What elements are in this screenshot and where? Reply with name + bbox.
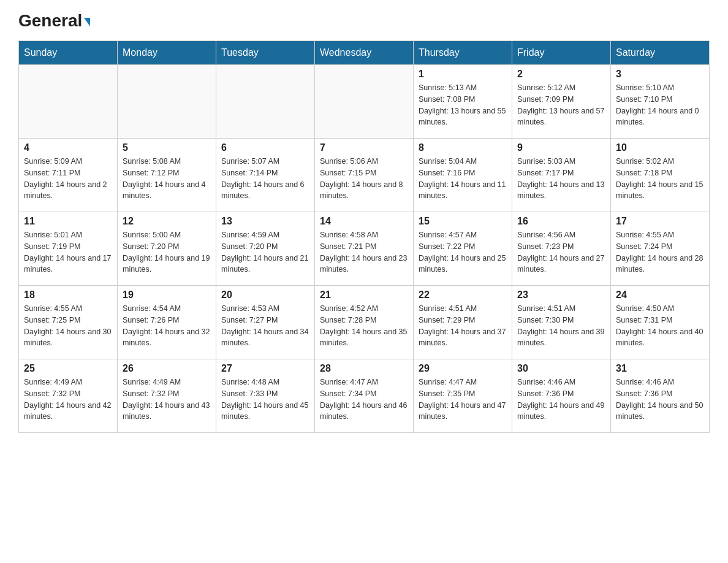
day-info: Sunrise: 4:54 AMSunset: 7:26 PMDaylight:…: [123, 303, 211, 349]
day-number: 12: [123, 216, 211, 227]
calendar-cell: [315, 65, 414, 139]
calendar-cell: 10Sunrise: 5:02 AMSunset: 7:18 PMDayligh…: [611, 139, 710, 212]
calendar-cell: [118, 65, 216, 139]
calendar-cell: [19, 65, 118, 139]
weekday-header-sunday: Sunday: [19, 41, 118, 65]
day-info: Sunrise: 4:52 AMSunset: 7:28 PMDaylight:…: [320, 303, 408, 349]
day-info: Sunrise: 5:02 AMSunset: 7:18 PMDaylight:…: [616, 156, 704, 202]
weekday-header-thursday: Thursday: [414, 41, 512, 65]
day-number: 3: [616, 69, 704, 80]
calendar-cell: 6Sunrise: 5:07 AMSunset: 7:14 PMDaylight…: [216, 139, 315, 212]
week-row-1: 1Sunrise: 5:13 AMSunset: 7:08 PMDaylight…: [19, 65, 710, 139]
calendar-cell: 3Sunrise: 5:10 AMSunset: 7:10 PMDaylight…: [611, 65, 710, 139]
day-info: Sunrise: 4:46 AMSunset: 7:36 PMDaylight:…: [616, 377, 704, 423]
day-number: 27: [221, 363, 309, 374]
calendar-table: SundayMondayTuesdayWednesdayThursdayFrid…: [18, 40, 710, 433]
week-row-2: 4Sunrise: 5:09 AMSunset: 7:11 PMDaylight…: [19, 139, 710, 212]
calendar-cell: 12Sunrise: 5:00 AMSunset: 7:20 PMDayligh…: [118, 212, 216, 286]
day-number: 30: [517, 363, 605, 374]
day-info: Sunrise: 4:51 AMSunset: 7:29 PMDaylight:…: [419, 303, 507, 349]
day-number: 19: [123, 289, 211, 301]
day-number: 25: [24, 363, 112, 374]
calendar-cell: 16Sunrise: 4:56 AMSunset: 7:23 PMDayligh…: [512, 212, 611, 286]
day-info: Sunrise: 5:04 AMSunset: 7:16 PMDaylight:…: [419, 156, 507, 202]
calendar-cell: [216, 65, 315, 139]
day-info: Sunrise: 5:10 AMSunset: 7:10 PMDaylight:…: [616, 82, 704, 128]
logo-text-line1: General: [18, 12, 90, 29]
calendar-cell: 21Sunrise: 4:52 AMSunset: 7:28 PMDayligh…: [315, 286, 414, 359]
day-info: Sunrise: 4:56 AMSunset: 7:23 PMDaylight:…: [517, 229, 605, 275]
weekday-header-monday: Monday: [118, 41, 216, 65]
calendar-cell: 31Sunrise: 4:46 AMSunset: 7:36 PMDayligh…: [611, 359, 710, 433]
calendar-cell: 27Sunrise: 4:48 AMSunset: 7:33 PMDayligh…: [216, 359, 315, 433]
calendar-cell: 1Sunrise: 5:13 AMSunset: 7:08 PMDaylight…: [414, 65, 512, 139]
day-number: 21: [320, 289, 408, 301]
day-number: 17: [616, 216, 704, 227]
day-info: Sunrise: 5:01 AMSunset: 7:19 PMDaylight:…: [24, 229, 112, 275]
day-number: 28: [320, 363, 408, 374]
day-info: Sunrise: 4:59 AMSunset: 7:20 PMDaylight:…: [221, 229, 309, 275]
day-info: Sunrise: 4:55 AMSunset: 7:24 PMDaylight:…: [616, 229, 704, 275]
calendar-cell: 25Sunrise: 4:49 AMSunset: 7:32 PMDayligh…: [19, 359, 118, 433]
day-info: Sunrise: 4:46 AMSunset: 7:36 PMDaylight:…: [517, 377, 605, 423]
day-number: 10: [616, 142, 704, 153]
day-info: Sunrise: 4:47 AMSunset: 7:34 PMDaylight:…: [320, 377, 408, 423]
day-number: 23: [517, 289, 605, 301]
day-info: Sunrise: 4:50 AMSunset: 7:31 PMDaylight:…: [616, 303, 704, 349]
calendar-cell: 18Sunrise: 4:55 AMSunset: 7:25 PMDayligh…: [19, 286, 118, 359]
day-number: 16: [517, 216, 605, 227]
weekday-header-saturday: Saturday: [611, 41, 710, 65]
week-row-5: 25Sunrise: 4:49 AMSunset: 7:32 PMDayligh…: [19, 359, 710, 433]
weekday-header-friday: Friday: [512, 41, 611, 65]
day-info: Sunrise: 5:09 AMSunset: 7:11 PMDaylight:…: [24, 156, 112, 202]
day-info: Sunrise: 4:49 AMSunset: 7:32 PMDaylight:…: [24, 377, 112, 423]
day-number: 2: [517, 69, 605, 80]
calendar-cell: 15Sunrise: 4:57 AMSunset: 7:22 PMDayligh…: [414, 212, 512, 286]
calendar-cell: 9Sunrise: 5:03 AMSunset: 7:17 PMDaylight…: [512, 139, 611, 212]
calendar-cell: 30Sunrise: 4:46 AMSunset: 7:36 PMDayligh…: [512, 359, 611, 433]
page-header: General: [18, 12, 710, 28]
day-info: Sunrise: 5:07 AMSunset: 7:14 PMDaylight:…: [221, 156, 309, 202]
calendar-cell: 26Sunrise: 4:49 AMSunset: 7:32 PMDayligh…: [118, 359, 216, 433]
calendar-cell: 20Sunrise: 4:53 AMSunset: 7:27 PMDayligh…: [216, 286, 315, 359]
calendar-cell: 2Sunrise: 5:12 AMSunset: 7:09 PMDaylight…: [512, 65, 611, 139]
day-info: Sunrise: 5:06 AMSunset: 7:15 PMDaylight:…: [320, 156, 408, 202]
calendar-cell: 4Sunrise: 5:09 AMSunset: 7:11 PMDaylight…: [19, 139, 118, 212]
calendar-cell: 29Sunrise: 4:47 AMSunset: 7:35 PMDayligh…: [414, 359, 512, 433]
calendar-cell: 19Sunrise: 4:54 AMSunset: 7:26 PMDayligh…: [118, 286, 216, 359]
day-info: Sunrise: 4:47 AMSunset: 7:35 PMDaylight:…: [419, 377, 507, 423]
weekday-header-row: SundayMondayTuesdayWednesdayThursdayFrid…: [19, 41, 710, 65]
calendar-cell: 11Sunrise: 5:01 AMSunset: 7:19 PMDayligh…: [19, 212, 118, 286]
day-info: Sunrise: 4:49 AMSunset: 7:32 PMDaylight:…: [123, 377, 211, 423]
weekday-header-wednesday: Wednesday: [315, 41, 414, 65]
day-number: 20: [221, 289, 309, 301]
calendar-cell: 17Sunrise: 4:55 AMSunset: 7:24 PMDayligh…: [611, 212, 710, 286]
day-number: 4: [24, 142, 112, 153]
day-number: 22: [419, 289, 507, 301]
day-number: 9: [517, 142, 605, 153]
calendar-cell: 13Sunrise: 4:59 AMSunset: 7:20 PMDayligh…: [216, 212, 315, 286]
day-number: 15: [419, 216, 507, 227]
day-number: 26: [123, 363, 211, 374]
day-number: 18: [24, 289, 112, 301]
logo: General: [18, 12, 90, 28]
day-info: Sunrise: 4:58 AMSunset: 7:21 PMDaylight:…: [320, 229, 408, 275]
weekday-header-tuesday: Tuesday: [216, 41, 315, 65]
day-info: Sunrise: 4:48 AMSunset: 7:33 PMDaylight:…: [221, 377, 309, 423]
day-info: Sunrise: 4:57 AMSunset: 7:22 PMDaylight:…: [419, 229, 507, 275]
day-info: Sunrise: 5:00 AMSunset: 7:20 PMDaylight:…: [123, 229, 211, 275]
calendar-cell: 24Sunrise: 4:50 AMSunset: 7:31 PMDayligh…: [611, 286, 710, 359]
day-number: 14: [320, 216, 408, 227]
day-number: 29: [419, 363, 507, 374]
calendar-cell: 8Sunrise: 5:04 AMSunset: 7:16 PMDaylight…: [414, 139, 512, 212]
week-row-4: 18Sunrise: 4:55 AMSunset: 7:25 PMDayligh…: [19, 286, 710, 359]
calendar-cell: 14Sunrise: 4:58 AMSunset: 7:21 PMDayligh…: [315, 212, 414, 286]
day-info: Sunrise: 5:08 AMSunset: 7:12 PMDaylight:…: [123, 156, 211, 202]
week-row-3: 11Sunrise: 5:01 AMSunset: 7:19 PMDayligh…: [19, 212, 710, 286]
day-number: 5: [123, 142, 211, 153]
day-info: Sunrise: 5:13 AMSunset: 7:08 PMDaylight:…: [419, 82, 507, 128]
day-number: 8: [419, 142, 507, 153]
calendar-cell: 7Sunrise: 5:06 AMSunset: 7:15 PMDaylight…: [315, 139, 414, 212]
day-number: 24: [616, 289, 704, 301]
day-number: 7: [320, 142, 408, 153]
